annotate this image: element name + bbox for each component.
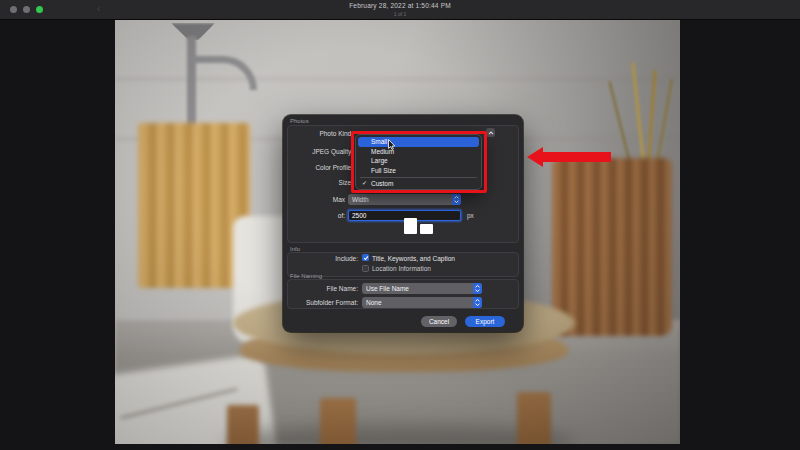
annotation-arrow-body [541, 152, 611, 162]
popup-stepper-icon [473, 297, 482, 308]
file-name-value: Use File Name [366, 285, 409, 292]
size-preview-small-icon [420, 224, 433, 234]
file-name-popup[interactable]: Use File Name [362, 283, 482, 294]
max-dimension-popup[interactable]: Width [348, 194, 461, 205]
screen: ‹ February 28, 2022 at 1:50:44 PM 1 of 1… [0, 0, 800, 450]
location-checkbox[interactable] [362, 265, 369, 272]
size-label: Size: [283, 179, 353, 186]
photo-kind-popup-button[interactable] [486, 128, 495, 137]
popup-stepper-icon [452, 194, 461, 205]
subfolder-format-label: Subfolder Format: [283, 299, 358, 306]
px-unit-label: px [467, 212, 474, 219]
color-profile-label: Color Profile: [283, 164, 353, 171]
cancel-button[interactable]: Cancel [421, 316, 457, 327]
max-label: Max [283, 196, 345, 203]
export-button[interactable]: Export [465, 316, 505, 327]
photo-kind-label: Photo Kind: [283, 130, 353, 137]
of-label: of: [283, 212, 345, 219]
subfolder-format-popup[interactable]: None [362, 297, 482, 308]
title-keywords-checkbox[interactable] [362, 254, 369, 261]
chevron-up-icon [488, 131, 494, 135]
jpeg-quality-label: JPEG Quality: [283, 148, 353, 155]
max-dimension-value: Width [352, 196, 369, 203]
checkmark-icon [363, 255, 369, 261]
include-label: Include: [283, 255, 358, 262]
title-bar: ‹ February 28, 2022 at 1:50:44 PM 1 of 1 [0, 0, 800, 20]
size-preview-large-icon [404, 218, 417, 234]
popup-stepper-icon [473, 283, 482, 294]
file-name-label: File Name: [283, 285, 358, 292]
title-keywords-label: Title, Keywords, and Caption [372, 255, 455, 262]
photos-section-label: Photos [290, 118, 309, 124]
photo-date-title: February 28, 2022 at 1:50:44 PM [0, 2, 800, 9]
location-label: Location Information [372, 265, 431, 272]
annotation-rectangle [351, 131, 487, 193]
subfolder-format-value: None [366, 299, 382, 306]
photo-count-label: 1 of 1 [0, 11, 800, 17]
size-value: 2500 [352, 212, 366, 219]
